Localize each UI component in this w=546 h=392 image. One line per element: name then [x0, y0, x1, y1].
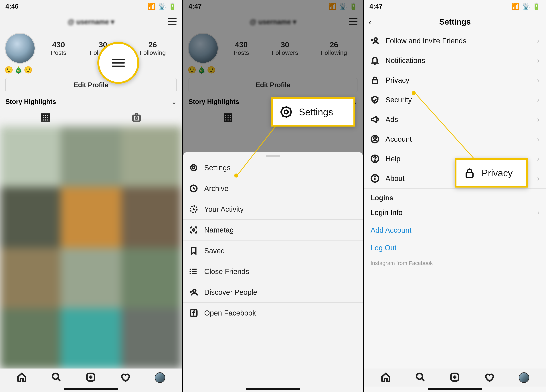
add-account-link[interactable]: Add Account [364, 221, 546, 239]
status-bar: 4:47 📶📡🔋 [364, 0, 546, 13]
settings-item-privacy[interactable]: Privacy› [364, 70, 546, 90]
svg-point-6 [135, 117, 138, 119]
svg-line-8 [58, 378, 60, 381]
nav-search-icon[interactable] [51, 372, 61, 383]
nav-search-icon[interactable] [415, 372, 425, 383]
phone-panel-2: 4:47 📶📡🔋 @ username ▾ 430Posts 30Followe… [182, 0, 364, 392]
menu-item-close-friends[interactable]: Close Friends [183, 261, 363, 282]
stat-following[interactable]: 26Following [140, 40, 166, 56]
settings-item-ads[interactable]: Ads› [364, 110, 546, 129]
bottom-nav [364, 368, 546, 386]
svg-point-44 [416, 373, 422, 379]
chevron-right-icon: › [537, 96, 540, 104]
svg-rect-36 [372, 80, 377, 83]
settings-item-account[interactable]: Account› [364, 129, 546, 149]
back-button[interactable]: ‹ [369, 17, 371, 27]
bottom-nav [0, 368, 182, 386]
menu-item-saved[interactable]: Saved [183, 241, 363, 261]
nav-profile-avatar[interactable] [155, 372, 165, 383]
gear-icon [189, 163, 198, 172]
nav-activity-icon[interactable] [120, 372, 130, 383]
phone-panel-3: 4:47 📶📡🔋 ‹ Settings Follow and Invite Fr… [364, 0, 546, 392]
nametag-icon [189, 226, 198, 234]
megaphone-icon [370, 115, 379, 124]
clock-time: 4:46 [6, 3, 19, 10]
nav-home-icon[interactable] [17, 372, 27, 383]
phone-panel-1: 4:46 📶📡🔋 @ username ▾ 430Posts 30Followe… [0, 0, 182, 392]
battery-icon: 🔋 [532, 3, 540, 10]
status-bar: 4:46 📶📡🔋 [0, 0, 182, 13]
settings-item-notifications[interactable]: Notifications› [364, 51, 546, 70]
bookmark-icon [189, 246, 198, 255]
section-logins-label: Logins [364, 189, 546, 204]
nav-profile-avatar[interactable] [519, 372, 529, 383]
archive-icon [189, 184, 198, 193]
callout-privacy: Privacy [455, 158, 528, 188]
menu-item-nametag[interactable]: Nametag [183, 220, 363, 241]
annotation-dot [234, 174, 238, 177]
menu-item-activity[interactable]: Your Activity [183, 199, 363, 220]
settings-item-security[interactable]: Security› [364, 90, 546, 110]
svg-point-32 [285, 110, 288, 114]
footer-text: Instagram from Facebook [364, 257, 546, 269]
nav-add-icon[interactable] [86, 372, 96, 383]
signal-icon: 📶 [148, 3, 156, 10]
svg-rect-49 [466, 172, 473, 177]
chevron-right-icon: › [537, 37, 540, 45]
profile-avatar[interactable] [5, 33, 35, 64]
nav-add-icon[interactable] [450, 372, 460, 383]
svg-point-19 [191, 165, 196, 171]
lock-icon [464, 167, 475, 179]
bell-icon [370, 56, 379, 65]
svg-point-7 [52, 373, 58, 379]
add-person-icon [189, 288, 198, 297]
svg-point-33 [374, 38, 377, 41]
settings-item-follow-invite[interactable]: Follow and Invite Friends› [364, 31, 546, 51]
menu-item-settings[interactable]: Settings [183, 157, 363, 178]
chevron-right-icon: › [537, 174, 540, 183]
facebook-icon [189, 309, 198, 317]
add-person-icon [370, 36, 379, 45]
stat-posts[interactable]: 430Posts [51, 40, 66, 56]
shield-icon [370, 95, 379, 104]
svg-line-45 [422, 378, 424, 381]
menu-sheet: Settings Archive Your Activity Nametag S… [183, 152, 363, 392]
help-icon [370, 154, 379, 163]
chevron-right-icon: › [537, 115, 540, 124]
callout-hamburger [97, 42, 139, 84]
hamburger-menu-button[interactable] [168, 16, 176, 26]
edit-profile-button[interactable]: Edit Profile [6, 78, 176, 92]
story-highlights-toggle[interactable]: Story Highlights ⌄ [0, 94, 182, 110]
activity-icon [189, 205, 198, 214]
home-indicator [246, 388, 300, 390]
callout-settings: Settings [271, 98, 355, 127]
log-out-link[interactable]: Log Out [364, 239, 546, 257]
nav-activity-icon[interactable] [484, 372, 494, 383]
sheet-grabber[interactable] [266, 155, 280, 157]
bio-text: 🙂🎄🙂 [0, 64, 182, 76]
tab-tagged[interactable] [91, 110, 182, 126]
signal-icon: 📶 [512, 3, 520, 10]
profile-header: @ username ▾ [0, 13, 182, 31]
home-indicator [428, 388, 482, 390]
svg-point-27 [193, 289, 196, 292]
menu-item-facebook[interactable]: Open Facebook [183, 303, 363, 323]
svg-rect-0 [42, 114, 49, 121]
chevron-right-icon: › [537, 56, 540, 65]
page-title: Settings [439, 17, 471, 26]
menu-item-discover[interactable]: Discover People [183, 282, 363, 303]
annotation-dot [412, 91, 416, 95]
login-info-row[interactable]: Login Info› [364, 204, 546, 221]
settings-header: ‹ Settings [364, 13, 546, 31]
wifi-icon: 📡 [158, 3, 166, 10]
username-text: @ username ▾ [68, 18, 115, 26]
chevron-right-icon: › [537, 155, 540, 163]
nav-home-icon[interactable] [381, 372, 391, 383]
menu-item-archive[interactable]: Archive [183, 178, 363, 199]
gear-icon [280, 106, 293, 118]
photo-grid[interactable] [0, 126, 182, 369]
tab-grid[interactable] [0, 110, 91, 126]
svg-point-40 [375, 161, 375, 161]
svg-point-23 [193, 229, 195, 231]
user-icon [370, 135, 379, 144]
